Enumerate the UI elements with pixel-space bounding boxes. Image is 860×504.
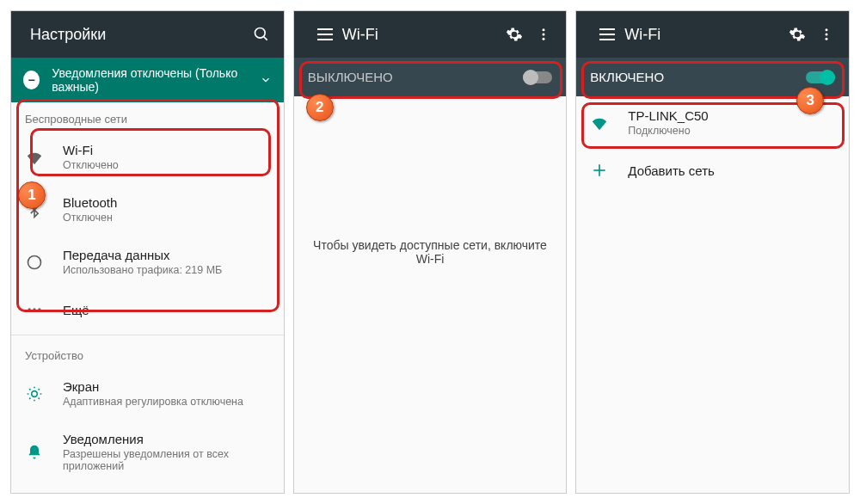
notifications-item[interactable]: Уведомления Разрешены уведомления от все… — [11, 420, 284, 484]
svg-point-0 — [255, 28, 265, 39]
svg-point-9 — [543, 38, 545, 40]
appbar: Настройки — [11, 11, 284, 58]
wifi-on-screen: Wi-Fi ВКЛЮЧЕНО TP-LINK_C50 Подключено До… — [575, 10, 850, 494]
more-vertical-icon[interactable] — [816, 24, 837, 45]
wifi-label: Wi-Fi — [63, 143, 270, 157]
section-device: Устройство — [11, 339, 284, 367]
notifications-label: Уведомления — [63, 432, 270, 446]
minus-icon: − — [23, 71, 40, 89]
more-vertical-icon[interactable] — [533, 24, 554, 45]
svg-point-2 — [28, 255, 41, 268]
appbar-title: Wi-Fi — [342, 26, 496, 44]
step-marker-2: 2 — [306, 94, 334, 121]
bell-icon — [25, 443, 44, 462]
data-label: Передача данных — [63, 248, 270, 262]
more-label: Ещё — [63, 303, 270, 317]
wifi-status: Отключено — [63, 159, 270, 171]
display-status: Адаптивная регулировка отключена — [63, 396, 270, 408]
hamburger-icon[interactable] — [315, 24, 335, 45]
svg-point-4 — [33, 308, 35, 310]
wifi-icon — [25, 148, 44, 167]
add-network-item[interactable]: Добавить сеть — [576, 149, 849, 192]
add-network-label: Добавить сеть — [628, 163, 835, 178]
svg-point-3 — [28, 308, 31, 310]
svg-point-10 — [826, 28, 828, 31]
svg-point-5 — [38, 308, 40, 310]
more-horizontal-icon — [25, 300, 44, 319]
bluetooth-item[interactable]: Bluetooth Отключен — [11, 183, 284, 236]
section-wireless: Беспроводные сети — [11, 102, 284, 131]
plus-icon — [590, 161, 609, 180]
wifi-switch[interactable] — [523, 71, 552, 83]
notification-banner[interactable]: − Уведомления отключены (Только важные) — [11, 58, 284, 102]
appbar-title: Wi-Fi — [624, 26, 778, 44]
bluetooth-status: Отключен — [63, 212, 270, 224]
appbar: Wi-Fi — [294, 11, 567, 58]
sound-item[interactable]: Звук Включен режим без звука — [11, 484, 284, 494]
display-label: Экран — [63, 379, 270, 394]
svg-point-11 — [826, 34, 828, 36]
step-marker-1: 1 — [18, 181, 46, 209]
gear-icon[interactable] — [787, 24, 808, 45]
svg-point-7 — [543, 28, 545, 31]
svg-line-1 — [263, 37, 267, 40]
network-status: Подключено — [628, 125, 835, 137]
appbar: Wi-Fi — [576, 11, 849, 58]
more-item[interactable]: Ещё — [11, 288, 284, 331]
empty-state-text: Чтобы увидеть доступные сети, включите W… — [294, 238, 567, 266]
wifi-off-screen: Wi-Fi ВЫКЛЮЧЕНО Чтобы увидеть доступные … — [293, 10, 568, 494]
chevron-down-icon — [260, 74, 272, 86]
hamburger-icon[interactable] — [597, 24, 617, 45]
data-usage-item[interactable]: Передача данных Использовано трафика: 21… — [11, 236, 284, 288]
wifi-item[interactable]: Wi-Fi Отключено — [11, 131, 284, 183]
data-usage-icon — [25, 253, 44, 272]
gear-icon[interactable] — [504, 24, 525, 45]
data-status: Использовано трафика: 219 МБ — [63, 264, 270, 276]
wifi-toggle-bar: ВЫКЛЮЧЕНО — [294, 58, 567, 96]
brightness-icon — [25, 384, 44, 403]
settings-screen: Настройки − Уведомления отключены (Тольк… — [10, 10, 285, 494]
banner-text: Уведомления отключены (Только важные) — [52, 66, 259, 94]
divider — [11, 335, 284, 335]
appbar-title: Настройки — [30, 26, 243, 44]
toggle-label: ВЫКЛЮЧЕНО — [308, 70, 393, 84]
search-icon[interactable] — [251, 24, 272, 45]
display-item[interactable]: Экран Адаптивная регулировка отключена — [11, 367, 284, 420]
svg-point-12 — [826, 38, 828, 40]
toggle-label: ВКЛЮЧЕНО — [590, 70, 664, 84]
svg-point-8 — [543, 34, 545, 36]
svg-point-6 — [32, 390, 38, 396]
wifi-switch[interactable] — [806, 71, 835, 83]
notifications-status: Разрешены уведомления от всех приложений — [63, 448, 270, 472]
bluetooth-label: Bluetooth — [63, 195, 270, 210]
wifi-signal-icon — [590, 114, 609, 132]
